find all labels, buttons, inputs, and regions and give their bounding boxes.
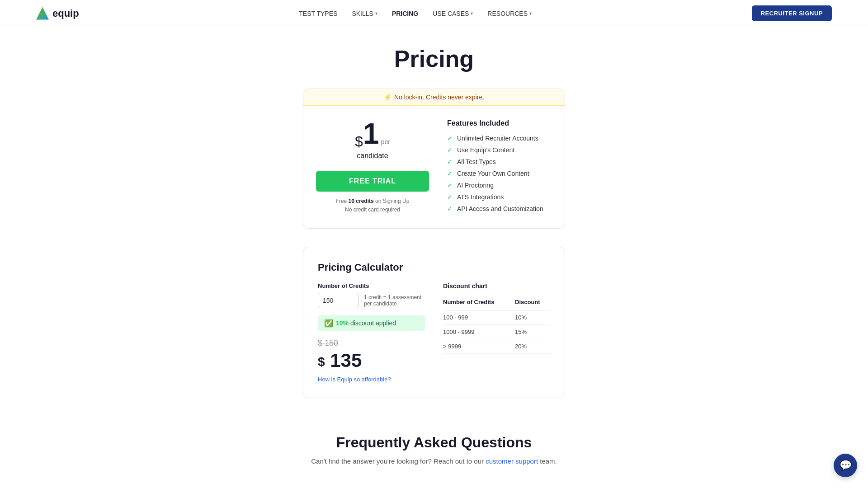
- feature-label: API Access and Customization: [457, 205, 543, 212]
- original-price: $ 150: [318, 338, 425, 348]
- list-item: ✓ API Access and Customization: [447, 205, 550, 212]
- calculator-title: Pricing Calculator: [318, 262, 550, 273]
- price-number: 1: [363, 117, 379, 150]
- calc-right: Discount chart Number of Credits Discoun…: [443, 282, 550, 383]
- final-price-symbol: $: [318, 355, 325, 369]
- signup-note-line1: Free 10 credits on Signing Up: [336, 198, 410, 204]
- faq-title: Frequently Asked Questions: [303, 434, 565, 451]
- table-header-discount: Discount: [515, 296, 550, 310]
- nav-resources[interactable]: RESOURCES ▾: [487, 10, 532, 17]
- feature-list: ✓ Unlimited Recruiter Accounts ✓ Use Equ…: [447, 135, 550, 212]
- credits-input[interactable]: [318, 293, 359, 308]
- price-per: per: [381, 138, 390, 145]
- nav-skills[interactable]: SKILLS ▾: [352, 10, 377, 17]
- feature-label: Use Equip's Content: [457, 146, 514, 154]
- no-lock-text: No lock-in. Credits never expire.: [394, 94, 484, 101]
- pricing-left: $1 per candidate FREE TRIAL Free 10 cred…: [316, 119, 429, 215]
- credit-range: 1000 - 9999: [443, 324, 515, 339]
- list-item: ✓ AI Proctoring: [447, 182, 550, 189]
- pricing-card: ⚡ No lock-in. Credits never expire. $1 p…: [303, 89, 565, 229]
- discount-value: 20%: [515, 339, 550, 353]
- affordable-link[interactable]: How is Equip so affordable?: [318, 376, 391, 383]
- feature-label: All Test Types: [457, 158, 496, 165]
- nav-pricing[interactable]: PRICING: [392, 10, 418, 17]
- list-item: ✓ ATS Integrations: [447, 193, 550, 201]
- logo-icon: [36, 7, 49, 20]
- nav-use-cases[interactable]: USE CASES ▾: [433, 10, 473, 17]
- check-icon: ✓: [447, 158, 453, 165]
- table-row: 100 - 999 10%: [443, 310, 550, 324]
- faq-section: Frequently Asked Questions Can't find th…: [303, 425, 565, 474]
- table-row: 1000 - 9999 15%: [443, 324, 550, 339]
- final-price: $ 135: [318, 350, 425, 371]
- credits-label: Number of Credits: [318, 282, 425, 289]
- signup-note: Free 10 credits on Signing Up No credit …: [316, 197, 429, 214]
- discount-pct: 10% discount applied: [336, 319, 396, 327]
- price-display: $1 per candidate: [316, 119, 429, 160]
- discount-chart-title: Discount chart: [443, 282, 550, 290]
- price-candidate: candidate: [316, 152, 429, 160]
- discount-value: 15%: [515, 324, 550, 339]
- recruiter-signup-button[interactable]: RECRUITER SIGNUP: [752, 5, 832, 21]
- feature-label: ATS Integrations: [457, 193, 504, 201]
- list-item: ✓ Use Equip's Content: [447, 146, 550, 154]
- chevron-down-icon: ▾: [375, 11, 377, 16]
- nav-test-types[interactable]: TEST TYPES: [299, 10, 337, 17]
- calc-left: Number of Credits 1 credit = 1 assessmen…: [318, 282, 425, 383]
- lightning-icon: ⚡: [384, 94, 392, 101]
- chat-button[interactable]: 💬: [834, 454, 857, 477]
- check-circle-icon: ✅: [324, 319, 333, 328]
- list-item: ✓ Create Your Own Content: [447, 170, 550, 177]
- list-item: ✓ Unlimited Recruiter Accounts: [447, 135, 550, 142]
- discount-badge: ✅ 10% discount applied: [318, 315, 425, 331]
- pricing-calculator-card: Pricing Calculator Number of Credits 1 c…: [303, 247, 565, 398]
- check-icon: ✓: [447, 205, 453, 212]
- faq-subtitle: Can't find the answer you're looking for…: [303, 457, 565, 465]
- nav-links: TEST TYPES SKILLS ▾ PRICING USE CASES ▾ …: [299, 10, 532, 17]
- features-title: Features Included: [447, 119, 550, 127]
- table-header-credits: Number of Credits: [443, 296, 515, 310]
- free-trial-button[interactable]: FREE TRIAL: [316, 171, 429, 192]
- check-icon: ✓: [447, 193, 453, 201]
- credits-input-row: 1 credit = 1 assessment per candidate: [318, 293, 425, 308]
- check-icon: ✓: [447, 182, 453, 189]
- chevron-down-icon-2: ▾: [471, 11, 473, 16]
- page-title: Pricing: [172, 45, 696, 72]
- check-icon: ✓: [447, 170, 453, 177]
- no-lock-banner: ⚡ No lock-in. Credits never expire.: [303, 89, 565, 106]
- feature-label: Unlimited Recruiter Accounts: [457, 135, 538, 142]
- customer-support-link[interactable]: customer support: [486, 457, 538, 465]
- final-price-number: 135: [330, 350, 362, 371]
- credits-bold: 10 credits: [349, 198, 374, 204]
- price-dollar-sign: $: [355, 133, 363, 150]
- navbar: equip TEST TYPES SKILLS ▾ PRICING USE CA…: [0, 0, 868, 27]
- check-icon: ✓: [447, 135, 453, 142]
- credit-note: 1 credit = 1 assessment per candidate: [364, 294, 425, 307]
- list-item: ✓ All Test Types: [447, 158, 550, 165]
- pricing-right: Features Included ✓ Unlimited Recruiter …: [447, 119, 550, 215]
- logo[interactable]: equip: [36, 7, 79, 20]
- feature-label: Create Your Own Content: [457, 170, 529, 177]
- chevron-down-icon-3: ▾: [529, 11, 532, 16]
- discount-value: 10%: [515, 310, 550, 324]
- check-icon: ✓: [447, 146, 453, 154]
- no-credit-card-note: No credit card required: [345, 206, 400, 213]
- logo-text: equip: [52, 8, 79, 19]
- table-row: > 9999 20%: [443, 339, 550, 353]
- feature-label: AI Proctoring: [457, 182, 494, 189]
- credit-range: > 9999: [443, 339, 515, 353]
- credit-range: 100 - 999: [443, 310, 515, 324]
- discount-table: Number of Credits Discount 100 - 999 10%…: [443, 296, 550, 354]
